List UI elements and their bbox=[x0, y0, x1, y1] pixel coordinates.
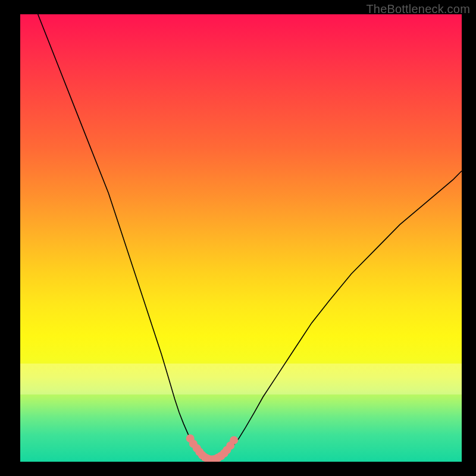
data-marker bbox=[230, 436, 238, 444]
marker-group bbox=[186, 434, 238, 462]
chart-frame: TheBottleneck.com bbox=[0, 0, 476, 476]
watermark-text: TheBottleneck.com bbox=[366, 2, 470, 16]
plot-area bbox=[20, 14, 462, 462]
curve-left bbox=[38, 14, 206, 459]
curve-right bbox=[215, 171, 462, 459]
curve-layer bbox=[20, 14, 462, 462]
